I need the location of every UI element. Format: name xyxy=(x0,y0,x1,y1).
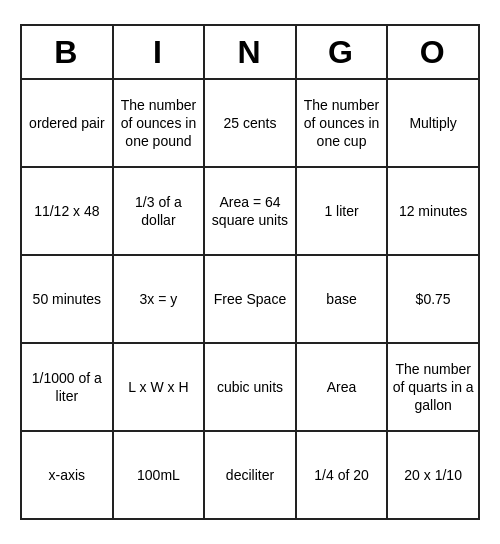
cell-0-1: The number of ounces in one pound xyxy=(113,79,205,167)
cell-3-0: 1/1000 of a liter xyxy=(21,343,113,431)
cell-2-1: 3x = y xyxy=(113,255,205,343)
cell-1-2: Area = 64 square units xyxy=(204,167,296,255)
row-4: x-axis100mLdeciliter1/4 of 2020 x 1/10 xyxy=(21,431,479,519)
cell-2-3: base xyxy=(296,255,388,343)
bingo-table: BINGO ordered pairThe number of ounces i… xyxy=(20,24,480,520)
cell-3-3: Area xyxy=(296,343,388,431)
cell-4-4: 20 x 1/10 xyxy=(387,431,479,519)
bingo-card: BINGO ordered pairThe number of ounces i… xyxy=(10,14,490,530)
cell-1-4: 12 minutes xyxy=(387,167,479,255)
cell-4-0: x-axis xyxy=(21,431,113,519)
header-letter-i: I xyxy=(113,25,205,79)
cell-2-4: $0.75 xyxy=(387,255,479,343)
cell-0-0: ordered pair xyxy=(21,79,113,167)
header-letter-o: O xyxy=(387,25,479,79)
row-2: 50 minutes3x = yFree Spacebase$0.75 xyxy=(21,255,479,343)
row-1: 11/12 x 481/3 of a dollarArea = 64 squar… xyxy=(21,167,479,255)
header-row: BINGO xyxy=(21,25,479,79)
cell-1-3: 1 liter xyxy=(296,167,388,255)
cell-3-4: The number of quarts in a gallon xyxy=(387,343,479,431)
header-letter-g: G xyxy=(296,25,388,79)
header-letter-n: N xyxy=(204,25,296,79)
cell-4-2: deciliter xyxy=(204,431,296,519)
cell-3-2: cubic units xyxy=(204,343,296,431)
cell-2-2: Free Space xyxy=(204,255,296,343)
cell-4-1: 100mL xyxy=(113,431,205,519)
cell-2-0: 50 minutes xyxy=(21,255,113,343)
row-3: 1/1000 of a literL x W x Hcubic unitsAre… xyxy=(21,343,479,431)
header-letter-b: B xyxy=(21,25,113,79)
cell-1-0: 11/12 x 48 xyxy=(21,167,113,255)
cell-0-3: The number of ounces in one cup xyxy=(296,79,388,167)
cell-4-3: 1/4 of 20 xyxy=(296,431,388,519)
row-0: ordered pairThe number of ounces in one … xyxy=(21,79,479,167)
cell-3-1: L x W x H xyxy=(113,343,205,431)
cell-0-2: 25 cents xyxy=(204,79,296,167)
cell-1-1: 1/3 of a dollar xyxy=(113,167,205,255)
cell-0-4: Multiply xyxy=(387,79,479,167)
